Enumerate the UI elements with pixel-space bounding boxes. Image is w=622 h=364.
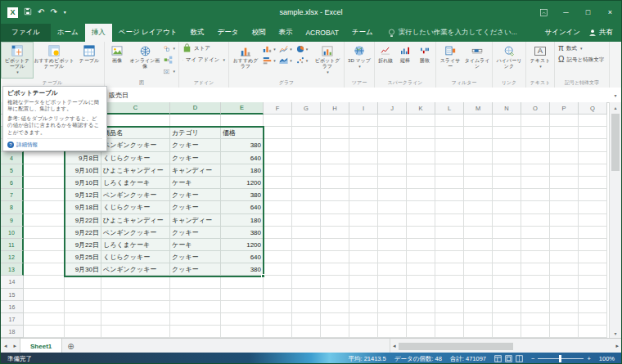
cell-N17[interactable] <box>493 313 521 326</box>
cell-P6[interactable] <box>550 177 579 189</box>
cell-D9[interactable]: キャンディー <box>170 214 221 227</box>
cell-I16[interactable] <box>349 301 378 313</box>
column-header-L[interactable]: L <box>435 102 464 115</box>
cell-C15[interactable] <box>101 289 170 301</box>
row-header-8[interactable]: 8 <box>1 201 24 213</box>
cell-B16[interactable] <box>65 301 101 313</box>
row-header-14[interactable]: 14 <box>1 276 24 288</box>
cell-D17[interactable] <box>170 313 221 326</box>
cell-E4[interactable]: 640 <box>221 152 264 164</box>
cell-I11[interactable] <box>349 239 378 251</box>
cell-F18[interactable] <box>264 326 292 338</box>
maximize-button[interactable]: □ <box>577 1 599 24</box>
cell-F10[interactable] <box>264 227 292 239</box>
cell-L16[interactable] <box>435 301 464 313</box>
cell-N4[interactable] <box>493 152 521 164</box>
row-header-4[interactable]: 4 <box>1 152 24 164</box>
cell-H18[interactable] <box>321 326 349 338</box>
cell-L3[interactable] <box>435 139 464 151</box>
cell-P8[interactable] <box>550 201 579 213</box>
cell-N9[interactable] <box>493 214 521 227</box>
cell-Q11[interactable] <box>579 239 607 251</box>
cell-D12[interactable]: クッキー <box>170 251 221 263</box>
cell-E14[interactable] <box>221 276 264 288</box>
cell-K13[interactable] <box>407 263 435 276</box>
cell-L1[interactable] <box>435 115 464 127</box>
cell-B5[interactable]: 9月10日 <box>65 164 101 177</box>
cell-P14[interactable] <box>550 276 579 288</box>
cell-H11[interactable] <box>321 239 349 251</box>
insert-pie-chart-button[interactable]: ▾ <box>294 43 310 55</box>
cell-G18[interactable] <box>292 326 321 338</box>
cell-N8[interactable] <box>493 201 521 213</box>
column-header-J[interactable]: J <box>378 102 407 115</box>
cell-F11[interactable] <box>264 239 292 251</box>
cell-E12[interactable]: 640 <box>221 251 264 263</box>
cell-E15[interactable] <box>221 289 264 301</box>
recommended-charts-button[interactable]: おすすめグラフ <box>230 43 261 78</box>
cell-B11[interactable]: 9月22日 <box>65 239 101 251</box>
column-header-Q[interactable]: Q <box>579 102 607 115</box>
cell-O18[interactable] <box>521 326 550 338</box>
store-button[interactable]: ストア <box>180 43 228 54</box>
sparkline-column-button[interactable]: 縦棒 <box>395 43 415 78</box>
cell-M11[interactable] <box>464 239 493 251</box>
cell-I14[interactable] <box>349 276 378 288</box>
cell-N13[interactable] <box>493 263 521 276</box>
formula-bar-input[interactable]: 販売日 <box>106 88 610 102</box>
cell-J14[interactable] <box>378 276 407 288</box>
cell-O14[interactable] <box>521 276 550 288</box>
cell-J4[interactable] <box>378 152 407 164</box>
cell-F2[interactable] <box>264 127 292 139</box>
cell-Q2[interactable] <box>579 127 607 139</box>
cell-L12[interactable] <box>435 251 464 263</box>
column-header-P[interactable]: P <box>550 102 579 115</box>
insert-scatter-chart-button[interactable]: ▾ <box>294 55 310 66</box>
cell-B8[interactable]: 9月18日 <box>65 201 101 213</box>
cell-K10[interactable] <box>407 227 435 239</box>
column-header-C[interactable]: C <box>101 102 170 115</box>
cell-O7[interactable] <box>521 189 550 201</box>
cell-M6[interactable] <box>464 177 493 189</box>
equation-button[interactable]: π数式▾ <box>556 43 608 54</box>
cell-M14[interactable] <box>464 276 493 288</box>
cell-A16[interactable] <box>24 301 65 313</box>
tab-表示[interactable]: 表示 <box>272 24 299 42</box>
cell-G16[interactable] <box>292 301 321 313</box>
cell-G7[interactable] <box>292 189 321 201</box>
cell-M2[interactable] <box>464 127 493 139</box>
cell-A10[interactable] <box>24 227 65 239</box>
cell-A4[interactable] <box>24 152 65 164</box>
minimize-button[interactable]: ─ <box>555 1 577 24</box>
cell-G10[interactable] <box>292 227 321 239</box>
cell-G3[interactable] <box>292 139 321 151</box>
cell-F13[interactable] <box>264 263 292 276</box>
cell-I4[interactable] <box>349 152 378 164</box>
cell-L2[interactable] <box>435 127 464 139</box>
redo-button[interactable]: ↷ <box>50 8 56 16</box>
sheet-nav-left-icon[interactable]: ◂ <box>1 339 11 353</box>
cell-F17[interactable] <box>264 313 292 326</box>
cell-E7[interactable]: 380 <box>221 189 264 201</box>
my-addins-button[interactable]: マイ アドイン▾ <box>180 54 228 65</box>
cell-C17[interactable] <box>101 313 170 326</box>
cell-Q10[interactable] <box>579 227 607 239</box>
cell-F7[interactable] <box>264 189 292 201</box>
customize-quick-access-button[interactable]: ▾ <box>64 10 66 15</box>
cell-D4[interactable]: クッキー <box>170 152 221 164</box>
cell-B14[interactable] <box>65 276 101 288</box>
cell-C1[interactable] <box>101 115 170 127</box>
selection-fill-handle[interactable] <box>261 274 265 278</box>
scroll-right-icon[interactable]: ▸ <box>615 343 619 349</box>
cell-N10[interactable] <box>493 227 521 239</box>
cell-D18[interactable] <box>170 326 221 338</box>
row-header-16[interactable]: 16 <box>1 301 24 313</box>
cell-G5[interactable] <box>292 164 321 177</box>
cell-N15[interactable] <box>493 289 521 301</box>
cell-N5[interactable] <box>493 164 521 177</box>
row-header-9[interactable]: 9 <box>1 214 24 227</box>
cell-A14[interactable] <box>24 276 65 288</box>
cell-Q8[interactable] <box>579 201 607 213</box>
cell-J12[interactable] <box>378 251 407 263</box>
cell-Q17[interactable] <box>579 313 607 326</box>
